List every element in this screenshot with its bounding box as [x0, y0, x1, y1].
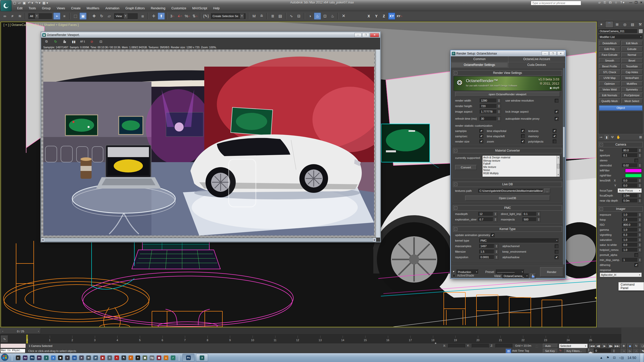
acrobat-icon[interactable]: A	[114, 355, 119, 360]
schematic-view-button[interactable]: ⊟	[295, 13, 302, 20]
modifier-button[interactable]: Bevel	[621, 58, 643, 63]
auto-key-button[interactable]: Auto Key	[543, 344, 558, 348]
lock-resolution-icon[interactable]	[62, 39, 67, 44]
spinner[interactable]	[638, 148, 642, 153]
octane-restore-button[interactable]: ❐	[362, 33, 369, 37]
rayepsilon-field[interactable]: 0.0001	[479, 255, 494, 259]
window-crossing-button[interactable]: ▣	[79, 13, 87, 20]
time-tag-icon[interactable]: ▤	[506, 349, 511, 353]
panel-splitter-arrow[interactable]	[595, 51, 596, 54]
configure-modifier-sets-icon[interactable]: ⊞	[639, 135, 642, 139]
material-list-item[interactable]: Noise	[483, 168, 556, 172]
show-end-result-icon[interactable]: ▮	[605, 135, 609, 139]
left-filter-swatch[interactable]	[625, 169, 642, 172]
spinner[interactable]	[638, 212, 642, 217]
lock-image-aspect-checkbox[interactable]	[555, 110, 558, 114]
close-toolbar-icon[interactable]: ✕	[340, 13, 347, 20]
fov-field[interactable]: 80.0	[622, 148, 638, 153]
rollout-header[interactable]: -Live DB	[453, 182, 562, 187]
restore-button[interactable]: ❐	[635, 1, 637, 4]
image-aspect-field[interactable]: 1.777778	[480, 110, 497, 114]
time-slider-handle[interactable]: ‹ 0 / 25 ›	[1, 329, 41, 334]
pmc-field-value[interactable]: 12	[478, 212, 493, 216]
photoshop-icon[interactable]: Ps	[30, 355, 34, 360]
kernel-type-dropdown[interactable]: PMC	[479, 238, 559, 243]
modifier-button[interactable]: Edit Mesh	[621, 41, 643, 46]
frame-tick[interactable]: 21	[497, 336, 503, 342]
frame-tick[interactable]: 6	[159, 336, 166, 342]
spinner[interactable]	[638, 258, 642, 262]
imager-field-value[interactable]: 1.0	[622, 238, 638, 242]
modifier-stack-box[interactable]	[599, 112, 642, 134]
response-dropdown[interactable]: Agfacolor_H	[600, 273, 642, 277]
spinner[interactable]	[638, 183, 642, 188]
octane-minimize-button[interactable]: —	[354, 33, 361, 37]
spinner[interactable]	[638, 243, 642, 247]
frame-tick[interactable]: 19	[452, 336, 458, 342]
material-list-item[interactable]: Arch & Design material	[483, 156, 556, 159]
octane-window-titlebar[interactable]: ▣ OctaneRender Viewport. — ❐ ✕	[41, 32, 380, 38]
imager-field-value[interactable]: 1.0	[622, 228, 638, 232]
vertical-scrollbar[interactable]	[376, 50, 380, 238]
key-filters-button[interactable]: Key Filters...	[564, 349, 586, 353]
imager-field-value[interactable]: 0.0	[622, 243, 638, 247]
spinner[interactable]	[638, 238, 642, 242]
tab-hierarchy-icon[interactable]: ⊞	[613, 21, 621, 27]
stat-option-checkbox[interactable]	[479, 134, 483, 138]
spinner[interactable]	[638, 217, 642, 222]
sculpt-icon[interactable]: ✦	[136, 355, 140, 360]
walkthrough-icon[interactable]: ∴	[633, 349, 639, 353]
go-to-end-button[interactable]: ▶▶|	[614, 344, 620, 348]
start-button[interactable]	[1, 353, 9, 362]
spinner[interactable]	[494, 217, 497, 222]
material-list-item[interactable]: RGB Multiply	[483, 172, 556, 175]
menu-item[interactable]: Modifiers	[84, 7, 102, 10]
spinner[interactable]	[537, 217, 541, 222]
render-setup-titlebar[interactable]: Ϭ Render Setup: Octane3dsmax — ❐ ✕	[451, 51, 565, 56]
material-list-item[interactable]: Mix texture	[483, 165, 556, 169]
textures-path-field[interactable]: C:\Users\gabriele\Documents\3dsMax\mater…	[478, 189, 543, 193]
refresh-time-field[interactable]: 30	[480, 117, 497, 121]
imager-field-value[interactable]: 800.0	[622, 223, 638, 227]
premiere-icon[interactable]: Pr	[37, 355, 42, 360]
modifier-button[interactable]: Symmetry	[621, 87, 643, 92]
lock-view-button[interactable]	[530, 274, 536, 278]
frame-tick[interactable]: 14	[340, 336, 346, 342]
menu-item[interactable]: Rendering	[148, 7, 169, 10]
frame-tick[interactable]: 4	[114, 336, 120, 342]
frame-tick[interactable]: 9	[227, 336, 233, 342]
open-livedb-button[interactable]: Open LiveDB	[465, 196, 550, 201]
convert-button[interactable]: Convert	[455, 165, 477, 170]
frame-tick[interactable]: 1	[47, 336, 53, 342]
bind-to-spacewarp-icon[interactable]: ≋	[16, 13, 23, 20]
red-app-icon[interactable]: ◆	[100, 355, 105, 360]
modifier-button[interactable]: Optimize	[599, 81, 620, 86]
spinner[interactable]	[638, 163, 642, 168]
spinner[interactable]	[495, 249, 498, 254]
subscription-key-icon[interactable]: ⚿	[603, 1, 606, 4]
object-name-field[interactable]: OctaneCamera_011	[598, 29, 637, 33]
pmc-field-value[interactable]: 0.7	[478, 217, 493, 222]
select-object-button[interactable]: ➢	[53, 13, 60, 20]
frame-tick[interactable]: 13	[317, 336, 323, 342]
dialog-restore-button[interactable]: ❐	[549, 51, 556, 56]
select-and-link-icon[interactable]: ∞	[1, 13, 8, 20]
search-icon[interactable]: ⌭	[598, 1, 601, 4]
update-animation-checkbox[interactable]	[491, 233, 495, 237]
tab-motion-icon[interactable]: ◎	[621, 21, 629, 27]
frame-tick[interactable]: 3	[92, 336, 98, 342]
scroll-right-arrow[interactable]: ▶	[374, 239, 376, 241]
autoupdate-proxy-checkbox[interactable]	[555, 117, 558, 121]
imager-field-value[interactable]: 1.0	[622, 213, 638, 217]
alphachannel-checkbox[interactable]	[555, 244, 558, 248]
calculator-icon[interactable]: ▦	[143, 355, 147, 360]
mini-curve-editor-icon[interactable]: ∿	[1, 336, 8, 343]
stat-option-checkbox[interactable]	[521, 140, 525, 143]
activeshade-radio[interactable]	[452, 274, 456, 277]
filtersize-field[interactable]: 1.5	[479, 250, 494, 254]
stat-option-checkbox[interactable]	[479, 129, 483, 133]
layer-manager-button[interactable]: ≣	[269, 13, 276, 20]
favorites-star-icon[interactable]: ☆	[615, 1, 617, 4]
render-image-area[interactable]	[41, 50, 376, 238]
media-player-icon[interactable]: ▸	[16, 355, 20, 360]
